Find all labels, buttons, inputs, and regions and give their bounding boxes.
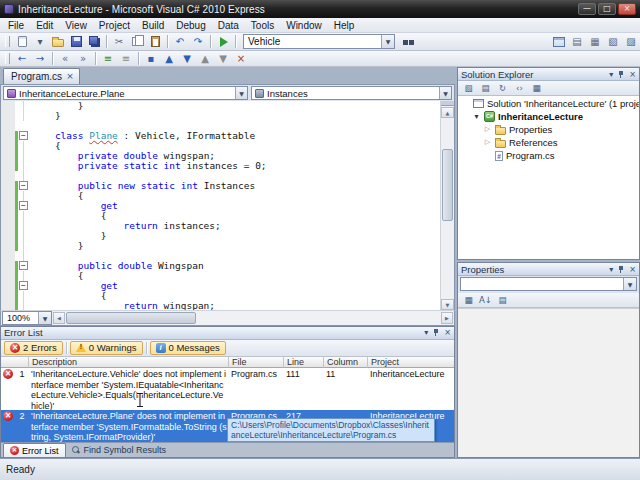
menu-item-project[interactable]: Project bbox=[93, 19, 136, 32]
redo-icon[interactable]: ↷ bbox=[189, 34, 207, 49]
navigate-forward-icon[interactable]: → bbox=[31, 51, 49, 66]
members-dropdown[interactable]: Instances ▼ bbox=[251, 86, 452, 100]
scroll-right-icon[interactable]: ▶ bbox=[441, 312, 453, 324]
find-combobox[interactable]: Vehicle▼ bbox=[243, 34, 395, 49]
close-icon[interactable]: × bbox=[444, 328, 451, 337]
tree-item[interactable]: ▾InheritanceLecture bbox=[458, 110, 639, 123]
column-header-project[interactable]: Project bbox=[368, 357, 454, 369]
collapse-region-icon[interactable]: − bbox=[19, 181, 28, 190]
collapse-region-icon[interactable]: − bbox=[19, 201, 28, 210]
find-in-files-icon[interactable] bbox=[399, 34, 417, 49]
menu-item-help[interactable]: Help bbox=[328, 19, 361, 32]
minimize-button[interactable]: — bbox=[578, 3, 596, 15]
scroll-down-icon[interactable]: ▼ bbox=[441, 299, 454, 310]
object-browser-icon[interactable]: ▦ bbox=[586, 34, 604, 49]
menu-item-view[interactable]: View bbox=[59, 19, 93, 32]
refresh-icon[interactable]: ↻ bbox=[495, 82, 510, 95]
tree-item[interactable]: Solution 'InheritanceLecture' (1 project… bbox=[458, 97, 639, 110]
start-debugging-icon[interactable] bbox=[214, 34, 232, 49]
view-code-icon[interactable]: ‹› bbox=[512, 82, 527, 95]
menu-item-debug[interactable]: Debug bbox=[170, 19, 211, 32]
undo-icon[interactable]: ↶ bbox=[171, 34, 189, 49]
open-file-icon[interactable] bbox=[49, 34, 67, 49]
copy-icon[interactable] bbox=[128, 34, 146, 49]
vertical-scroll-thumb[interactable] bbox=[442, 149, 453, 221]
view-designer-icon[interactable]: ▦ bbox=[529, 82, 544, 95]
collapse-region-icon[interactable]: − bbox=[19, 281, 28, 290]
column-header-file[interactable]: File bbox=[229, 357, 284, 369]
alphabetical-icon[interactable]: A↓ bbox=[478, 294, 493, 307]
filter-warnings-button[interactable]: 0 Warnings bbox=[70, 341, 143, 355]
auto-hide-pin-icon[interactable] bbox=[617, 70, 625, 79]
menu-item-edit[interactable]: Edit bbox=[30, 19, 59, 32]
auto-hide-pin-icon[interactable] bbox=[617, 265, 625, 274]
tree-item[interactable]: ▷Properties bbox=[458, 123, 639, 136]
next-bookmark-icon[interactable]: ▼ bbox=[178, 51, 196, 66]
scroll-left-icon[interactable]: ◀ bbox=[53, 312, 65, 324]
uncomment-icon[interactable]: ≡ bbox=[117, 51, 135, 66]
properties-window-icon[interactable]: ▤ bbox=[568, 34, 586, 49]
close-tab-icon[interactable]: × bbox=[66, 72, 74, 81]
cut-icon[interactable]: ✂ bbox=[110, 34, 128, 49]
toolbox-icon[interactable]: ▧ bbox=[604, 34, 622, 49]
expander-expanded-icon[interactable]: ▾ bbox=[472, 110, 481, 123]
previous-bookmark-icon[interactable]: ▲ bbox=[160, 51, 178, 66]
zoom-control[interactable]: 100% ▼ bbox=[2, 311, 52, 325]
new-file-icon[interactable] bbox=[13, 34, 31, 49]
maximize-button[interactable]: □ bbox=[598, 3, 616, 15]
close-button[interactable]: × bbox=[618, 3, 636, 15]
menu-item-window[interactable]: Window bbox=[280, 19, 328, 32]
column-header-column[interactable]: Column bbox=[324, 357, 368, 369]
show-all-files-icon[interactable]: ▤ bbox=[478, 82, 493, 95]
tree-item[interactable]: Program.cs bbox=[458, 149, 639, 162]
clear-bookmarks-icon[interactable]: × bbox=[232, 51, 250, 66]
properties-object-dropdown[interactable]: ▼ bbox=[460, 277, 637, 291]
increase-indent-icon[interactable]: » bbox=[74, 51, 92, 66]
window-position-icon[interactable]: ▾ bbox=[609, 265, 613, 274]
collapse-region-icon[interactable]: − bbox=[19, 131, 28, 140]
save-all-icon[interactable] bbox=[85, 34, 103, 49]
expander-collapsed-icon[interactable]: ▷ bbox=[483, 123, 492, 136]
previous-bookmark-folder-icon[interactable]: ▲ bbox=[196, 51, 214, 66]
comment-icon[interactable]: ≡ bbox=[99, 51, 117, 66]
property-pages-icon[interactable]: ▤ bbox=[495, 294, 510, 307]
window-position-icon[interactable]: ▾ bbox=[609, 70, 613, 79]
filter-errors-button[interactable]: 2 Errors bbox=[4, 341, 63, 355]
close-icon[interactable]: × bbox=[629, 70, 636, 79]
editor-vertical-scrollbar[interactable]: ▲ ▼ bbox=[440, 101, 454, 310]
column-header-blank[interactable] bbox=[1, 357, 29, 369]
categorized-icon[interactable]: ▦ bbox=[461, 294, 476, 307]
column-header-line[interactable]: Line bbox=[284, 357, 324, 369]
menu-item-data[interactable]: Data bbox=[212, 19, 245, 32]
solution-explorer-icon[interactable] bbox=[550, 34, 568, 49]
scroll-up-icon[interactable]: ▲ bbox=[441, 107, 454, 118]
code-editor[interactable]: } }− class Plane : Vehicle, IFormattable… bbox=[1, 101, 440, 310]
properties-icon[interactable]: ▧ bbox=[461, 82, 476, 95]
toggle-bookmark-icon[interactable]: ▪ bbox=[142, 51, 160, 66]
tree-item[interactable]: ▷References bbox=[458, 136, 639, 149]
error-row[interactable]: 1'InheritanceLecture.Vehicle' does not i… bbox=[1, 368, 454, 410]
menu-item-file[interactable]: File bbox=[2, 19, 30, 32]
extension-manager-icon[interactable]: ▨ bbox=[622, 34, 640, 49]
tab-program-cs[interactable]: Program.cs × bbox=[3, 68, 80, 84]
column-header-description[interactable]: Description bbox=[29, 357, 229, 369]
types-dropdown[interactable]: InheritanceLecture.Plane ▼ bbox=[3, 86, 248, 100]
tab-find-symbol-results[interactable]: Find Symbol Results bbox=[66, 443, 173, 457]
filter-messages-button[interactable]: 0 Messages bbox=[150, 341, 226, 355]
menu-item-build[interactable]: Build bbox=[136, 19, 170, 32]
save-icon[interactable] bbox=[67, 34, 85, 49]
menu-item-tools[interactable]: Tools bbox=[245, 19, 280, 32]
tab-error-list[interactable]: Error List bbox=[3, 443, 66, 457]
decrease-indent-icon[interactable]: « bbox=[56, 51, 74, 66]
expander-collapsed-icon[interactable]: ▷ bbox=[483, 136, 492, 149]
navigate-backward-icon[interactable]: ← bbox=[13, 51, 31, 66]
horizontal-scroll-thumb[interactable] bbox=[66, 312, 196, 324]
add-item-dropdown-icon[interactable]: ▾ bbox=[31, 34, 49, 49]
editor-horizontal-scrollbar[interactable]: ◀ ▶ bbox=[53, 311, 453, 325]
paste-icon[interactable] bbox=[146, 34, 164, 49]
close-icon[interactable]: × bbox=[629, 265, 636, 274]
split-view-handle[interactable] bbox=[441, 101, 454, 106]
window-position-icon[interactable]: ▾ bbox=[424, 328, 428, 337]
next-bookmark-folder-icon[interactable]: ▼ bbox=[214, 51, 232, 66]
collapse-region-icon[interactable]: − bbox=[19, 261, 28, 270]
